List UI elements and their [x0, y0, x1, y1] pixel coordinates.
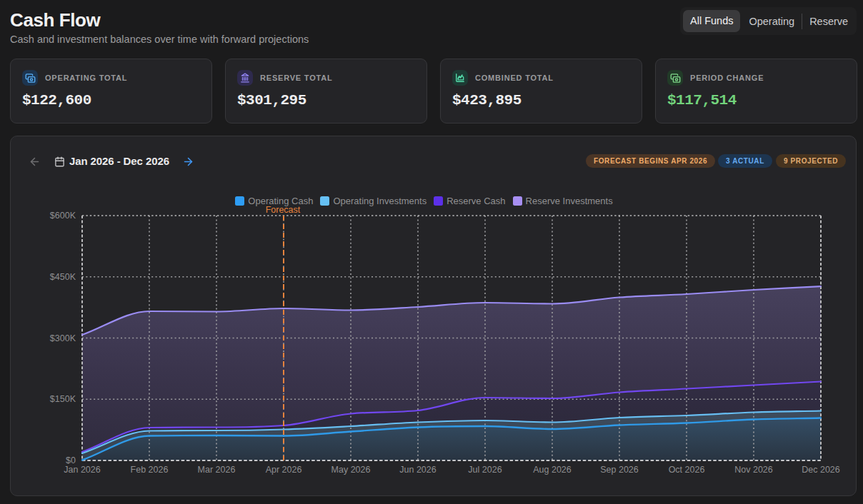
svg-text:$300K: $300K — [50, 333, 76, 343]
svg-text:Jul 2026: Jul 2026 — [468, 465, 502, 475]
svg-text:Oct 2026: Oct 2026 — [669, 465, 705, 475]
svg-text:May 2026: May 2026 — [331, 465, 371, 475]
svg-text:Aug 2026: Aug 2026 — [533, 465, 572, 475]
svg-text:Apr 2026: Apr 2026 — [266, 465, 302, 475]
svg-text:Jan 2026: Jan 2026 — [64, 465, 100, 475]
svg-text:$600K: $600K — [50, 211, 76, 221]
svg-text:Mar 2026: Mar 2026 — [198, 465, 236, 475]
svg-text:$0: $0 — [66, 455, 76, 465]
svg-text:Dec 2026: Dec 2026 — [802, 465, 840, 475]
svg-text:Sep 2026: Sep 2026 — [600, 465, 639, 475]
svg-text:Nov 2026: Nov 2026 — [734, 465, 773, 475]
svg-text:$450K: $450K — [50, 272, 76, 282]
svg-text:Feb 2026: Feb 2026 — [131, 465, 169, 475]
svg-text:$150K: $150K — [50, 394, 76, 404]
svg-text:Jun 2026: Jun 2026 — [399, 465, 436, 475]
